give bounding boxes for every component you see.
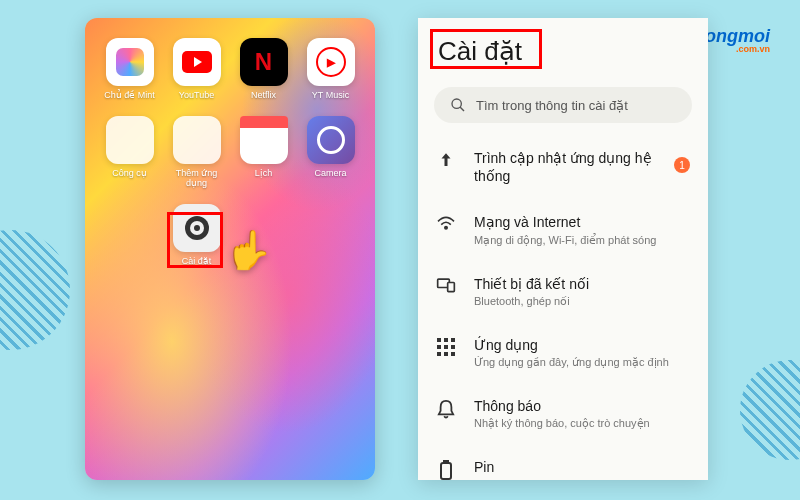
app-yt-music[interactable]: YT Music	[301, 38, 360, 100]
wifi-icon	[436, 215, 456, 231]
phone-homescreen: Chủ đề Mint YouTube N Netflix YT Music C…	[85, 18, 375, 480]
app-label: Cài đặt	[182, 256, 212, 266]
upload-icon	[436, 151, 456, 169]
app-label: YT Music	[312, 90, 349, 100]
mint-theme-icon	[106, 38, 154, 86]
yt-music-icon	[307, 38, 355, 86]
svg-point-3	[194, 225, 200, 231]
notification-badge: 1	[674, 157, 690, 173]
netflix-icon: N	[240, 38, 288, 86]
app-label: Netflix	[251, 90, 276, 100]
row-subtitle: Nhật ký thông báo, cuộc trò chuyện	[474, 417, 690, 430]
row-subtitle: Bluetooth, ghép nối	[474, 295, 690, 308]
row-title: Trình cập nhật ứng dụng hệ thống	[474, 149, 690, 185]
settings-row-connected-devices[interactable]: Thiết bị đã kết nốiBluetooth, ghép nối	[418, 261, 708, 322]
camera-icon	[307, 116, 355, 164]
svg-rect-16	[444, 352, 448, 356]
app-label: Công cụ	[112, 168, 147, 178]
settings-row-network[interactable]: Mạng và InternetMạng di động, Wi-Fi, điể…	[418, 199, 708, 260]
svg-rect-8	[448, 282, 455, 291]
svg-rect-12	[437, 345, 441, 349]
battery-icon	[436, 460, 456, 480]
decorative-circle	[740, 360, 800, 460]
svg-point-4	[452, 99, 461, 108]
youtube-icon	[173, 38, 221, 86]
svg-rect-17	[451, 352, 455, 356]
page-title: Cài đặt	[418, 18, 708, 81]
phone-settings-screen: Cài đặt Tìm trong thông tin cài đặt Trìn…	[418, 18, 708, 480]
bell-icon	[436, 399, 456, 419]
app-label: Chủ đề Mint	[104, 90, 155, 100]
svg-rect-13	[444, 345, 448, 349]
search-icon	[450, 97, 466, 113]
settings-icon	[173, 204, 221, 252]
settings-row-battery[interactable]: Pin	[418, 444, 708, 480]
svg-rect-19	[444, 460, 448, 463]
app-label: Thêm ứng dụng	[167, 168, 226, 188]
app-label: Lịch	[255, 168, 273, 178]
row-title: Pin	[474, 458, 690, 476]
settings-row-notifications[interactable]: Thông báoNhật ký thông báo, cuộc trò chu…	[418, 383, 708, 444]
svg-rect-18	[441, 463, 451, 479]
decorative-circle	[0, 230, 70, 350]
row-subtitle: Mạng di động, Wi-Fi, điểm phát sóng	[474, 234, 690, 247]
row-title: Mạng và Internet	[474, 213, 690, 231]
svg-rect-15	[437, 352, 441, 356]
svg-point-6	[445, 227, 447, 229]
settings-row-system-update[interactable]: Trình cập nhật ứng dụng hệ thống 1	[418, 135, 708, 199]
svg-line-5	[460, 107, 464, 111]
row-subtitle: Ứng dụng gần đây, ứng dụng mặc định	[474, 356, 690, 369]
settings-row-apps[interactable]: Ứng dụngỨng dụng gần đây, ứng dụng mặc đ…	[418, 322, 708, 383]
app-label: YouTube	[179, 90, 214, 100]
search-input[interactable]: Tìm trong thông tin cài đặt	[434, 87, 692, 123]
svg-rect-11	[451, 338, 455, 342]
devices-icon	[436, 277, 456, 293]
app-tools-folder[interactable]: Công cụ	[100, 116, 159, 188]
row-title: Thông báo	[474, 397, 690, 415]
app-more-folder[interactable]: Thêm ứng dụng	[167, 116, 226, 188]
app-youtube[interactable]: YouTube	[167, 38, 226, 100]
app-label: Camera	[314, 168, 346, 178]
apps-icon	[436, 338, 456, 356]
settings-list: Trình cập nhật ứng dụng hệ thống 1 Mạng …	[418, 131, 708, 480]
app-calendar[interactable]: Lịch	[234, 116, 293, 188]
svg-rect-9	[437, 338, 441, 342]
app-camera[interactable]: Camera	[301, 116, 360, 188]
row-title: Ứng dụng	[474, 336, 690, 354]
svg-rect-10	[444, 338, 448, 342]
svg-rect-14	[451, 345, 455, 349]
app-netflix[interactable]: N Netflix	[234, 38, 293, 100]
app-mint-theme[interactable]: Chủ đề Mint	[100, 38, 159, 100]
folder-icon	[106, 116, 154, 164]
calendar-icon	[240, 116, 288, 164]
row-title: Thiết bị đã kết nối	[474, 275, 690, 293]
pointer-hand-icon: 👆	[225, 228, 272, 272]
app-settings[interactable]: Cài đặt	[167, 204, 226, 266]
folder-icon	[173, 116, 221, 164]
search-placeholder: Tìm trong thông tin cài đặt	[476, 98, 628, 113]
